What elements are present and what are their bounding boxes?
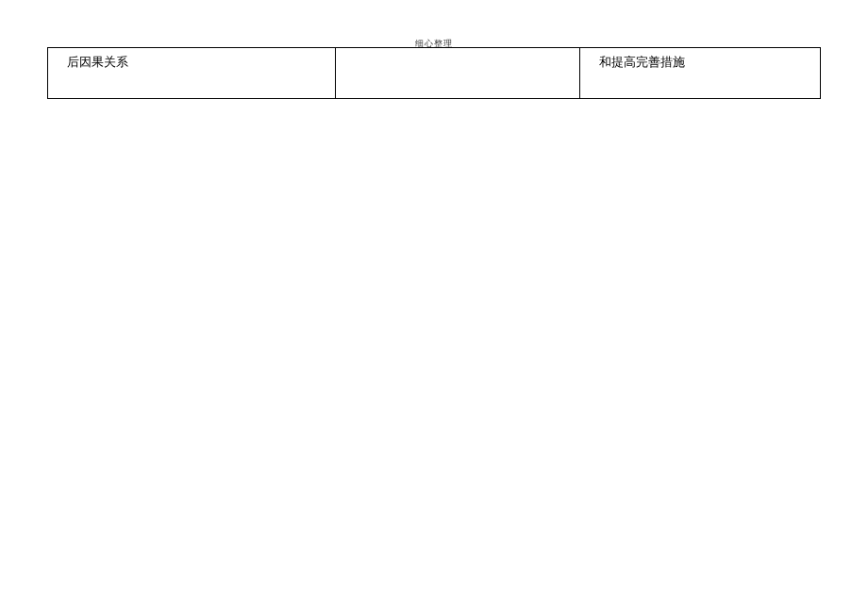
table-cell-col1: 后因果关系	[48, 48, 336, 99]
document-table: 后因果关系 和提高完善措施	[47, 47, 821, 99]
document-table-container: 后因果关系 和提高完善措施	[47, 47, 821, 99]
cell-text-col1: 后因果关系	[56, 52, 327, 71]
table-row: 后因果关系 和提高完善措施	[48, 48, 821, 99]
table-cell-col3: 和提高完善措施	[580, 48, 821, 99]
cell-text-col2	[343, 52, 573, 54]
cell-text-col3: 和提高完善措施	[588, 52, 812, 71]
table-cell-col2	[335, 48, 580, 99]
